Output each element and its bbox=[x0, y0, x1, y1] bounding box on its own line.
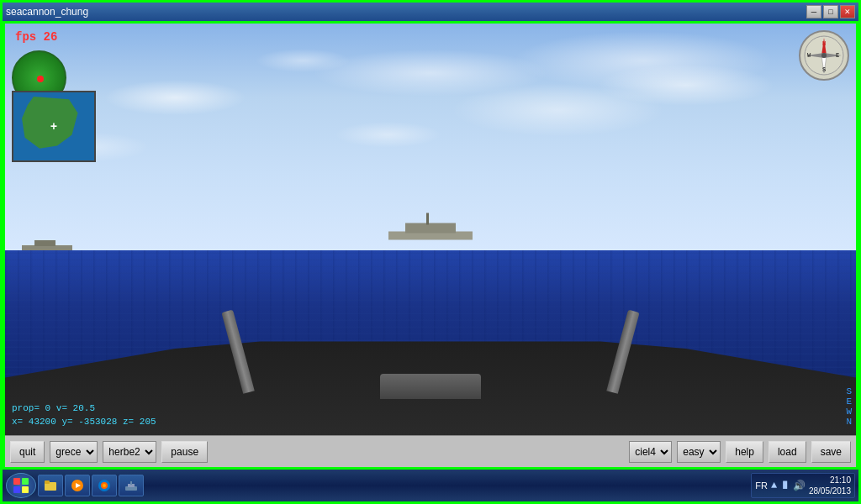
taskbar: FR ▲ ▐▌ 🔊 21:10 28/05/2013 bbox=[3, 470, 858, 501]
language-indicator: FR bbox=[755, 480, 768, 491]
terrain-select[interactable]: herbe2 bbox=[103, 441, 156, 463]
sky-select[interactable]: ciel4 bbox=[629, 441, 672, 463]
direction-n: N bbox=[846, 417, 852, 427]
clock-date: 28/05/2013 bbox=[809, 486, 851, 496]
stats-line1: prop= 0 v= 20.5 bbox=[12, 402, 156, 415]
firefox-icon bbox=[97, 478, 112, 493]
direction-e: E bbox=[846, 396, 852, 407]
save-button[interactable]: save bbox=[811, 441, 851, 463]
ship-mast bbox=[426, 213, 429, 225]
game-canvas[interactable]: fps 26 + bbox=[5, 24, 856, 435]
toolbar: quit grece herbe2 pause ciel4 easy help … bbox=[5, 435, 856, 467]
small-superstructure bbox=[34, 240, 55, 246]
titlebar: seacannon_chung ─ □ ✕ bbox=[3, 3, 858, 21]
stats-line2: x= 43200 y= -353028 z= 205 bbox=[12, 416, 156, 428]
svg-rect-14 bbox=[13, 478, 20, 485]
minimize-button[interactable]: ─ bbox=[806, 5, 821, 18]
signal-icon: ▐▌ bbox=[780, 481, 790, 490]
volume-icon: 🔊 bbox=[793, 480, 806, 492]
window: seacannon_chung ─ □ ✕ bbox=[0, 0, 861, 504]
stats-display: prop= 0 v= 20.5 x= 43200 y= -353028 z= 2… bbox=[12, 402, 156, 428]
svg-text:S: S bbox=[822, 66, 826, 73]
direction-w: W bbox=[846, 407, 852, 417]
network-icon: ▲ bbox=[771, 480, 777, 491]
window-controls: ─ □ ✕ bbox=[806, 5, 855, 18]
system-tray: FR ▲ ▐▌ 🔊 21:10 28/05/2013 bbox=[751, 473, 855, 498]
taskbar-explorer[interactable] bbox=[38, 475, 63, 496]
svg-rect-15 bbox=[22, 478, 29, 485]
radar-dot bbox=[37, 76, 44, 82]
compass: N S E W bbox=[799, 30, 849, 81]
distant-ship bbox=[380, 219, 481, 240]
quit-button[interactable]: quit bbox=[10, 441, 45, 463]
svg-rect-19 bbox=[45, 480, 50, 484]
clock-time: 21:10 bbox=[809, 475, 851, 486]
clock: 21:10 28/05/2013 bbox=[809, 475, 851, 496]
pause-button[interactable]: pause bbox=[161, 441, 208, 463]
compass-circle: N S E W bbox=[799, 30, 849, 81]
svg-point-24 bbox=[103, 484, 106, 487]
small-ship bbox=[22, 238, 72, 250]
taskbar-game[interactable] bbox=[119, 475, 144, 496]
help-button[interactable]: help bbox=[726, 441, 763, 463]
taskbar-firefox[interactable] bbox=[92, 475, 117, 496]
direction-hud: S E W N bbox=[846, 386, 852, 427]
svg-rect-17 bbox=[22, 486, 29, 493]
folder-icon bbox=[43, 478, 58, 493]
start-button[interactable] bbox=[6, 473, 36, 498]
compass-rose: N S E W bbox=[803, 34, 845, 76]
windows-logo-icon bbox=[13, 477, 29, 494]
difficulty-select[interactable]: easy bbox=[677, 441, 721, 463]
svg-text:N: N bbox=[822, 40, 826, 47]
media-icon bbox=[70, 478, 85, 493]
minimap: + bbox=[12, 91, 96, 162]
svg-point-9 bbox=[821, 53, 827, 58]
direction-s: S bbox=[846, 386, 852, 396]
taskbar-media[interactable] bbox=[65, 475, 90, 496]
window-title: seacannon_chung bbox=[6, 6, 88, 18]
minimap-crosshair: + bbox=[50, 120, 57, 134]
ship-superstructure bbox=[405, 223, 456, 234]
svg-rect-27 bbox=[130, 481, 132, 485]
svg-text:E: E bbox=[836, 52, 839, 59]
close-button[interactable]: ✕ bbox=[840, 5, 855, 18]
fps-counter: fps 26 bbox=[15, 30, 57, 44]
country-select[interactable]: grece bbox=[50, 441, 98, 463]
cannon-turret bbox=[380, 374, 481, 399]
maximize-button[interactable]: □ bbox=[823, 5, 838, 18]
svg-rect-16 bbox=[13, 486, 20, 493]
load-button[interactable]: load bbox=[769, 441, 806, 463]
ship-icon bbox=[124, 478, 139, 493]
game-area: fps 26 + bbox=[3, 21, 858, 470]
